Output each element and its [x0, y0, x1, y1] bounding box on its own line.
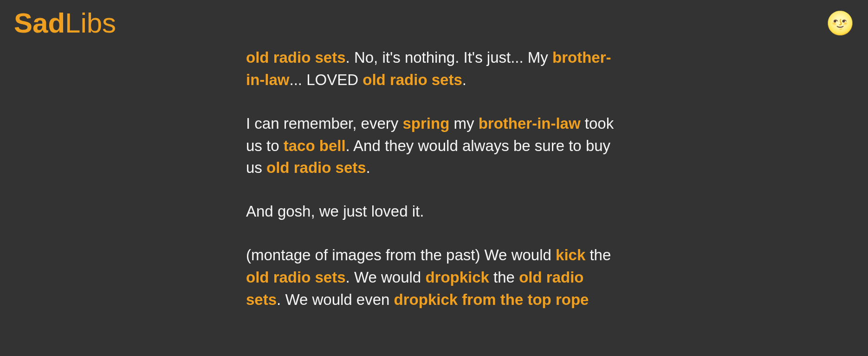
- fill-word: spring: [402, 115, 449, 132]
- fill-word: old radio sets: [246, 49, 346, 66]
- fill-word: taco bell: [284, 137, 346, 154]
- fill-word: old radio sets: [363, 71, 462, 88]
- story-text: the: [585, 246, 611, 264]
- story-paragraph-2: I can remember, every spring my brother-…: [246, 112, 622, 179]
- story-content: old radio sets. No, it's nothing. It's j…: [237, 46, 631, 311]
- story-paragraph-3: And gosh, we just loved it.: [246, 200, 622, 223]
- story-text: . No, it's nothing. It's just... My: [346, 49, 552, 66]
- story-text: .: [462, 71, 466, 88]
- fill-word: kick: [556, 246, 585, 264]
- fill-word: old radio sets: [246, 269, 346, 286]
- fill-word: old radio sets: [266, 159, 366, 176]
- fill-word: dropkick from the top rope: [394, 291, 589, 308]
- fill-word: brother-in-law: [479, 115, 581, 132]
- header: SadLibs 🌝: [0, 0, 868, 46]
- story-text: . We would even: [277, 291, 394, 308]
- story-text: . We would: [346, 269, 426, 286]
- logo-light-part: Libs: [65, 7, 116, 39]
- fill-word: dropkick: [425, 269, 489, 286]
- story-paragraph-1: old radio sets. No, it's nothing. It's j…: [246, 46, 622, 91]
- story-text: I can remember, every: [246, 115, 402, 132]
- theme-toggle-icon[interactable]: 🌝: [826, 12, 854, 34]
- story-paragraph-4: (montage of images from the past) We wou…: [246, 244, 622, 311]
- story-text: my: [449, 115, 478, 132]
- story-text: the: [489, 269, 519, 286]
- logo-bold-part: Sad: [14, 7, 65, 39]
- story-text: And gosh, we just loved it.: [246, 203, 424, 220]
- story-text: ... LOVED: [290, 71, 363, 88]
- story-text: .: [366, 159, 370, 176]
- story-text: (montage of images from the past) We wou…: [246, 246, 556, 264]
- logo[interactable]: SadLibs: [14, 9, 116, 37]
